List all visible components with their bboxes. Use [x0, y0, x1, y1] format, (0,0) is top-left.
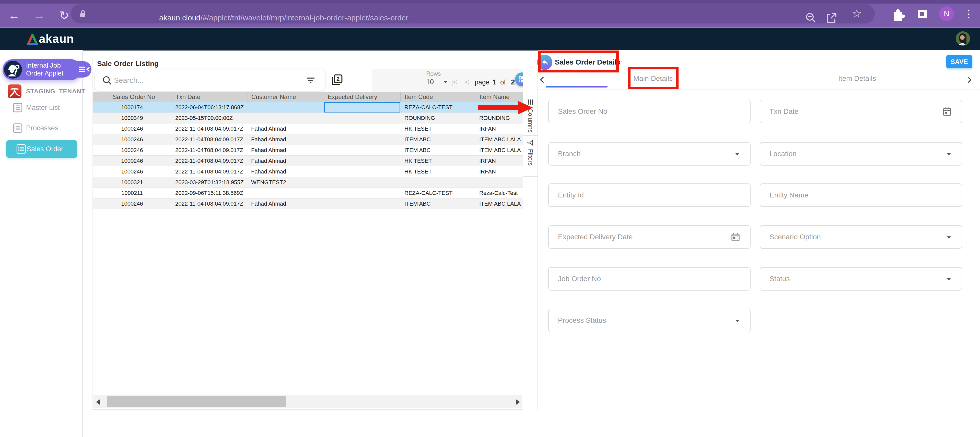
table-cell[interactable] — [248, 102, 324, 112]
table-cell[interactable]: ITEM ABC LALA — [477, 134, 523, 145]
table-row[interactable]: 10002462022-11-04T08:04:09.017ZFahad Ahm… — [93, 145, 523, 156]
table-cell[interactable]: Fahad Ahmad — [248, 166, 324, 177]
zoom-indicator-icon[interactable] — [803, 10, 819, 25]
table-cell[interactable]: ITEM ABC LALA — [477, 198, 523, 209]
field-branch[interactable]: Branch — [548, 142, 751, 166]
back-button[interactable] — [537, 55, 552, 70]
table-cell[interactable]: WENGTEST2 — [248, 177, 324, 187]
rows-caret-icon[interactable] — [444, 81, 448, 84]
table-cell[interactable] — [324, 177, 400, 187]
table-row[interactable]: 10001742022-06-04T06:13:17.868ZREZA-CALC… — [93, 102, 523, 113]
column-header[interactable]: Customer Name — [248, 92, 324, 102]
search-box[interactable] — [95, 70, 325, 91]
table-cell[interactable] — [324, 124, 400, 134]
table-cell[interactable]: 2022-11-04T08:04:09.017Z — [171, 156, 248, 166]
table-cell[interactable]: 2022-11-04T08:04:09.017Z — [171, 198, 248, 209]
column-header[interactable]: Txn Date — [171, 92, 248, 102]
pagination-prev-button[interactable]: < — [465, 76, 469, 88]
save-button[interactable]: SAVE — [946, 55, 972, 68]
table-cell[interactable] — [324, 102, 400, 112]
table-cell[interactable] — [324, 166, 400, 177]
reload-icon[interactable]: ↻ — [55, 3, 73, 27]
table-cell[interactable]: ITEM ABC — [400, 134, 477, 145]
table-row[interactable]: 10002462022-11-04T08:04:09.017ZFahad Ahm… — [93, 166, 523, 177]
side-panel-icon[interactable] — [915, 6, 931, 21]
table-cell[interactable]: HK TESET — [400, 166, 477, 177]
tab-item-details[interactable]: Item Details — [828, 73, 886, 84]
tab-scroll-left-icon[interactable] — [538, 76, 547, 84]
table-cell[interactable]: 2022-06-04T06:13:17.868Z — [171, 102, 248, 112]
table-cell[interactable]: Fahad Ahmad — [248, 198, 324, 209]
table-cell[interactable]: 1000211 — [93, 188, 171, 198]
table-cell[interactable]: 1000246 — [93, 156, 171, 166]
table-cell[interactable] — [324, 134, 400, 145]
column-header[interactable]: Item Code — [400, 92, 477, 102]
table-cell[interactable]: HK TESET — [400, 156, 477, 166]
sidebar-item-tenant[interactable]: STAGING_TENANT — [0, 82, 82, 100]
field-expected-delivery-date[interactable]: Expected Delivery Date — [548, 225, 751, 249]
table-cell[interactable]: Reza-Calc-Test — [477, 188, 523, 198]
table-cell[interactable]: Fahad Ahmad — [248, 145, 324, 155]
table-row[interactable]: 10003492023-05-15T00:00:00ZROUNDINGROUND… — [93, 113, 523, 124]
back-icon[interactable]: ← — [5, 3, 23, 27]
column-header[interactable]: Sales Order No — [93, 92, 171, 102]
table-cell[interactable] — [324, 113, 400, 123]
field-job-order-no[interactable]: Job Order No — [548, 267, 751, 291]
table-cell[interactable]: 1000349 — [93, 113, 171, 123]
table-cell[interactable]: REZA-CALC-TEST — [400, 188, 477, 198]
table-cell[interactable]: ROUNDING — [477, 113, 523, 123]
field-entity-id[interactable]: Entity Id — [548, 184, 751, 207]
table-cell[interactable]: 1000246 — [93, 166, 171, 177]
table-cell[interactable]: 2022-11-04T08:04:09.017Z — [171, 124, 248, 134]
horizontal-scrollbar[interactable] — [94, 395, 522, 408]
table-row[interactable]: 10002112022-09-06T15:11:38.569ZREZA-CALC… — [93, 188, 523, 198]
saved-filters-icon[interactable]: 2 — [329, 73, 344, 87]
table-cell[interactable]: Fahad Ahmad — [248, 134, 324, 145]
table-cell[interactable]: IRFAN — [477, 124, 523, 134]
field-sales-order-no[interactable]: Sales Order No — [548, 100, 751, 123]
field-scenario-option[interactable]: Scenario Option — [760, 225, 962, 249]
rows-per-page-select[interactable]: 10 — [426, 78, 434, 86]
field-location[interactable]: Location — [760, 142, 962, 166]
table-cell[interactable]: ITEM ABC — [400, 145, 477, 155]
address-bar[interactable]: akaun.cloud/#/applet/tnt/wavelet/mrp/int… — [71, 4, 875, 24]
table-cell[interactable]: 2022-11-04T08:04:09.017Z — [171, 134, 248, 145]
tab-scroll-right-icon[interactable] — [965, 76, 974, 84]
table-row[interactable]: 10002462022-11-04T08:04:09.017ZFahad Ahm… — [93, 198, 523, 209]
table-cell[interactable]: IRFAN — [477, 156, 523, 166]
table-cell[interactable]: 1000246 — [93, 124, 171, 134]
table-cell[interactable]: 2023-05-15T00:00:00Z — [171, 113, 248, 123]
table-cell[interactable]: 2022-11-04T08:04:09.017Z — [171, 145, 248, 155]
table-cell[interactable]: 1000174 — [93, 102, 171, 112]
table-row[interactable]: 10002462022-11-04T08:04:09.017ZFahad Ahm… — [93, 124, 523, 134]
menu-icon[interactable]: ⋮ — [964, 6, 974, 22]
table-cell[interactable] — [324, 156, 400, 166]
collapse-sidebar-icon[interactable] — [79, 66, 90, 73]
column-header[interactable]: Item Name — [477, 92, 523, 102]
table-cell[interactable]: HK TESET — [400, 124, 477, 134]
filters-side-tab[interactable]: Filters — [523, 136, 538, 177]
extensions-icon[interactable] — [889, 6, 905, 21]
table-cell[interactable]: 1000246 — [93, 145, 171, 155]
table-cell[interactable] — [400, 177, 477, 187]
table-row[interactable]: 10003212023-03-29T01:32:18.955ZWENGTEST2 — [93, 177, 523, 188]
field-process-status[interactable]: Process Status — [548, 309, 751, 332]
field-txn-date[interactable]: Txn Date — [760, 100, 962, 123]
table-row[interactable]: 10002462022-11-04T08:04:09.017ZFahad Ahm… — [93, 134, 523, 145]
table-cell[interactable] — [324, 188, 400, 198]
filter-icon[interactable] — [305, 75, 316, 85]
share-icon[interactable] — [824, 10, 840, 25]
columns-side-tab[interactable]: Columns — [523, 95, 538, 136]
table-cell[interactable]: 1000321 — [93, 177, 171, 187]
table-cell[interactable]: ITEM ABC LALA — [477, 145, 523, 155]
table-cell[interactable] — [248, 188, 324, 198]
browser-profile-avatar[interactable]: N — [939, 6, 954, 21]
table-cell[interactable]: 2022-11-04T08:04:09.017Z — [171, 166, 248, 177]
table-cell[interactable]: 2022-09-06T15:11:38.569Z — [171, 188, 248, 198]
table-cell[interactable]: REZA-CALC-TEST — [400, 102, 477, 112]
column-header[interactable]: Expected Delivery — [324, 92, 400, 102]
table-cell[interactable]: 1000246 — [93, 198, 171, 209]
table-cell[interactable]: 1000246 — [93, 134, 171, 145]
scrollbar-thumb[interactable] — [107, 396, 286, 407]
forward-icon[interactable]: → — [30, 3, 48, 27]
